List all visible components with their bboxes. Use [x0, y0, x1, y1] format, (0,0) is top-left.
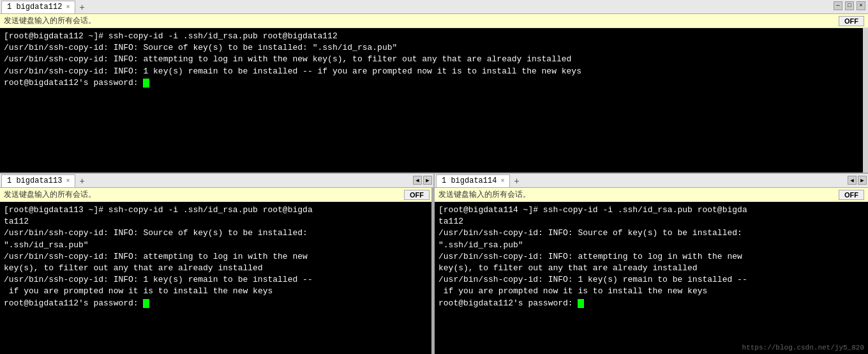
bottom-right-tab[interactable]: 1 bigdata114 ×: [436, 174, 510, 187]
bottom-right-broadcast-bar: 发送键盘输入的所有会话。 OFF: [435, 188, 868, 202]
bottom-left-terminal-content[interactable]: [root@bigdata113 ~]# ssh-copy-id -i .ssh…: [0, 202, 433, 354]
top-cursor: [143, 79, 149, 88]
top-tab-bar: 1 bigdata112 × + ─ □ ×: [0, 0, 868, 14]
top-tab-close-icon[interactable]: ×: [66, 4, 70, 11]
bottom-right-broadcast-text: 发送键盘输入的所有会话。: [438, 189, 530, 200]
bottom-left-tab-bar: 1 bigdata113 × + ◀ ▶: [0, 174, 433, 188]
win-max-button[interactable]: □: [845, 1, 854, 10]
bottom-left-tab-controls: ◀ ▶: [413, 176, 432, 185]
top-broadcast-text: 发送键盘输入的所有会话。: [4, 15, 96, 26]
bottom-right-arrow-left-icon[interactable]: ◀: [848, 176, 857, 185]
vertical-divider: [431, 188, 433, 354]
bottom-left-broadcast-bar: 发送键盘输入的所有会话。 OFF: [0, 188, 433, 202]
top-tab-add-button[interactable]: +: [77, 2, 87, 12]
bottom-panels-container: 1 bigdata113 × + ◀ ▶ 发送键盘输入的所有会话。 OFF [r…: [0, 174, 868, 354]
bottom-right-tab-close-icon[interactable]: ×: [500, 178, 504, 185]
top-tab[interactable]: 1 bigdata112 ×: [1, 1, 75, 13]
top-scrollbar[interactable]: [863, 28, 868, 173]
bottom-left-tab-add-button[interactable]: +: [77, 176, 87, 186]
win-min-button[interactable]: ─: [834, 1, 842, 10]
bottom-right-terminal-text: [root@bigdata114 ~]# ssh-copy-id -i .ssh…: [438, 204, 864, 309]
bottom-right-terminal-content[interactable]: [root@bigdata114 ~]# ssh-copy-id -i .ssh…: [435, 202, 868, 354]
bottom-right-cursor: [578, 299, 584, 308]
bottom-left-broadcast-text: 发送键盘输入的所有会话。: [4, 189, 96, 200]
top-terminal-content[interactable]: [root@bigdata112 ~]# ssh-copy-id -i .ssh…: [0, 28, 868, 173]
bottom-left-cursor: [143, 299, 149, 308]
bottom-left-terminal-text: [root@bigdata113 ~]# ssh-copy-id -i .ssh…: [4, 204, 430, 309]
bottom-right-tab-label: 1 bigdata114: [442, 176, 497, 185]
top-terminal-text: [root@bigdata112 ~]# ssh-copy-id -i .ssh…: [4, 31, 864, 89]
bottom-left-off-button[interactable]: OFF: [404, 190, 430, 200]
bottom-left-tab-close-icon[interactable]: ×: [66, 178, 70, 185]
bottom-right-tab-controls: ◀ ▶: [848, 176, 867, 185]
top-off-button[interactable]: OFF: [839, 16, 864, 26]
top-broadcast-bar: 发送键盘输入的所有会话。 OFF: [0, 14, 868, 28]
bottom-right-arrow-right-icon[interactable]: ▶: [858, 176, 867, 185]
bottom-left-arrow-right-icon[interactable]: ▶: [423, 176, 432, 185]
bottom-left-tab-label: 1 bigdata113: [7, 176, 62, 185]
bottom-left-panel: 1 bigdata113 × + ◀ ▶ 发送键盘输入的所有会话。 OFF [r…: [0, 174, 435, 354]
top-window-controls: ─ □ ×: [834, 1, 865, 10]
bottom-left-arrow-left-icon[interactable]: ◀: [413, 176, 422, 185]
top-tab-label: 1 bigdata112: [7, 3, 62, 12]
bottom-left-tab[interactable]: 1 bigdata113 ×: [1, 174, 75, 187]
bottom-right-off-button[interactable]: OFF: [839, 190, 864, 200]
bottom-right-panel: 1 bigdata114 × + ◀ ▶ 发送键盘输入的所有会话。 OFF [r…: [435, 174, 868, 354]
top-terminal-panel: 1 bigdata112 × + ─ □ × 发送键盘输入的所有会话。 OFF …: [0, 0, 868, 174]
bottom-right-tab-add-button[interactable]: +: [511, 176, 521, 186]
bottom-right-tab-bar: 1 bigdata114 × + ◀ ▶: [435, 174, 868, 188]
win-close-button[interactable]: ×: [857, 1, 865, 10]
